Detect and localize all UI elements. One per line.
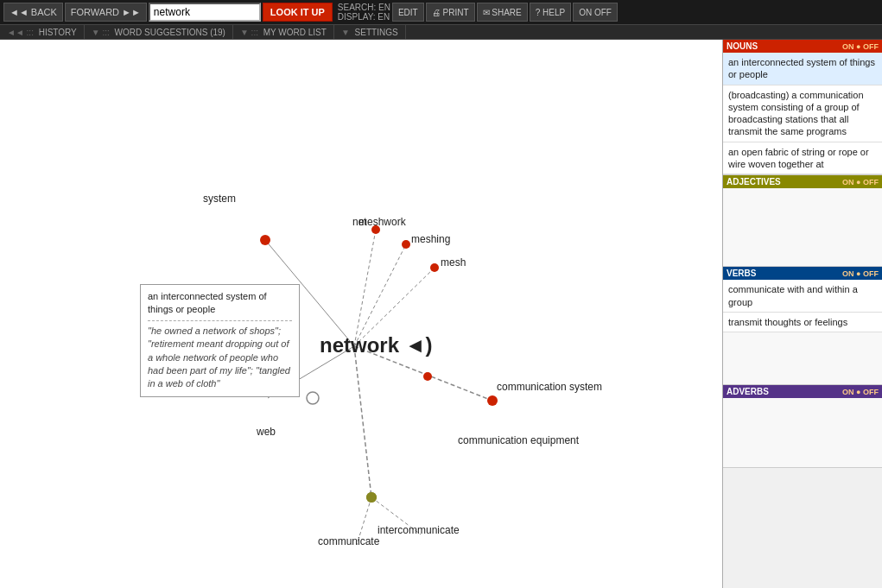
search-input[interactable] bbox=[149, 3, 261, 22]
nouns-toggle[interactable]: ON ● OFF bbox=[842, 42, 879, 51]
search-lang: SEARCH: EN DISPLAY: EN bbox=[338, 3, 390, 22]
on-off-button[interactable]: ON OFF bbox=[573, 3, 618, 22]
adjectives-toggle[interactable]: ON ● OFF bbox=[842, 178, 879, 187]
adjectives-section: ADJECTIVES ON ● OFF bbox=[723, 175, 882, 267]
node-system[interactable] bbox=[260, 235, 270, 245]
verbs-header: VERBS ON ● OFF bbox=[723, 267, 882, 280]
label-web: web bbox=[256, 426, 276, 438]
tooltip-definition: an interconnected system of things or pe… bbox=[148, 290, 292, 317]
adverbs-section: ADVERBS ON ● OFF bbox=[723, 385, 882, 468]
nouns-header: NOUNS ON ● OFF bbox=[723, 40, 882, 53]
network-graph: system meshwork meshing mesh net web com… bbox=[0, 40, 722, 588]
label-net: net bbox=[352, 216, 367, 228]
verb-item-1[interactable]: transmit thoughts or feelings bbox=[723, 313, 882, 332]
label-network-center[interactable]: network ◄) bbox=[320, 333, 432, 357]
back-button[interactable]: ◄◄ BACK bbox=[3, 3, 63, 22]
node-comm-system[interactable] bbox=[487, 395, 498, 406]
nouns-label: NOUNS bbox=[727, 41, 758, 51]
svg-line-6 bbox=[354, 346, 371, 497]
adjectives-label: ADJECTIVES bbox=[727, 177, 781, 187]
nav-my-word-list[interactable]: ▼ ::: MY WORD LIST bbox=[233, 25, 334, 39]
forward-button[interactable]: FORWARD ►► bbox=[65, 3, 147, 22]
node-intercommunicate-parent[interactable] bbox=[366, 492, 377, 503]
noun-item-1[interactable]: (broadcasting) a communication system co… bbox=[723, 85, 882, 142]
right-panel: NOUNS ON ● OFF an interconnected system … bbox=[722, 40, 882, 588]
toolbar: ◄◄ BACK FORWARD ►► LOOK IT UP SEARCH: EN… bbox=[0, 0, 882, 24]
label-intercommunicate: intercommunicate bbox=[378, 524, 460, 536]
print-button[interactable]: 🖨 PRINT bbox=[426, 3, 475, 22]
label-comm-system: communication system bbox=[497, 381, 602, 393]
nav-settings[interactable]: ▼ SETTINGS bbox=[334, 25, 406, 39]
nouns-section: NOUNS ON ● OFF an interconnected system … bbox=[723, 40, 882, 175]
nav-history[interactable]: ◄◄ ::: HISTORY bbox=[0, 25, 85, 39]
label-system: system bbox=[203, 193, 236, 205]
noun-item-2[interactable]: an open fabric of string or rope or wire… bbox=[723, 142, 882, 175]
edit-button[interactable]: EDIT bbox=[392, 3, 424, 22]
node-meshing[interactable] bbox=[402, 240, 410, 249]
adverbs-header: ADVERBS ON ● OFF bbox=[723, 385, 882, 398]
verbs-section: VERBS ON ● OFF communicate with and with… bbox=[723, 267, 882, 385]
adverbs-toggle[interactable]: ON ● OFF bbox=[842, 388, 879, 396]
nav-word-suggestions[interactable]: ▼ ::: WORD SUGGESTIONS (19) bbox=[85, 25, 233, 39]
share-button[interactable]: ✉ SHARE bbox=[477, 3, 528, 22]
label-communicate: communicate bbox=[318, 535, 380, 547]
tooltip-quote: "he owned a network of shops"; "retireme… bbox=[148, 320, 292, 391]
node-mesh[interactable] bbox=[430, 263, 439, 272]
verbs-toggle[interactable]: ON ● OFF bbox=[842, 269, 879, 278]
word-map[interactable]: system meshwork meshing mesh net web com… bbox=[0, 40, 722, 588]
lookup-button[interactable]: LOOK IT UP bbox=[263, 3, 333, 22]
tooltip-box: an interconnected system of things or pe… bbox=[140, 284, 300, 397]
verb-item-0[interactable]: communicate with and within a group bbox=[723, 280, 882, 313]
node-web[interactable] bbox=[307, 392, 319, 404]
node-center-red bbox=[423, 372, 432, 381]
help-button[interactable]: ? HELP bbox=[530, 3, 571, 22]
adverbs-label: ADVERBS bbox=[727, 387, 769, 396]
label-mesh: mesh bbox=[441, 256, 466, 269]
main-content: system meshwork meshing mesh net web com… bbox=[0, 40, 882, 588]
verbs-label: VERBS bbox=[727, 269, 756, 278]
svg-line-2 bbox=[354, 244, 406, 346]
label-comm-equipment: communication equipment bbox=[458, 434, 580, 446]
nav-bar: ◄◄ ::: HISTORY ▼ ::: WORD SUGGESTIONS (1… bbox=[0, 24, 882, 40]
adjectives-header: ADJECTIVES ON ● OFF bbox=[723, 175, 882, 188]
noun-item-0[interactable]: an interconnected system of things or pe… bbox=[723, 53, 882, 85]
label-meshing: meshing bbox=[411, 233, 450, 245]
